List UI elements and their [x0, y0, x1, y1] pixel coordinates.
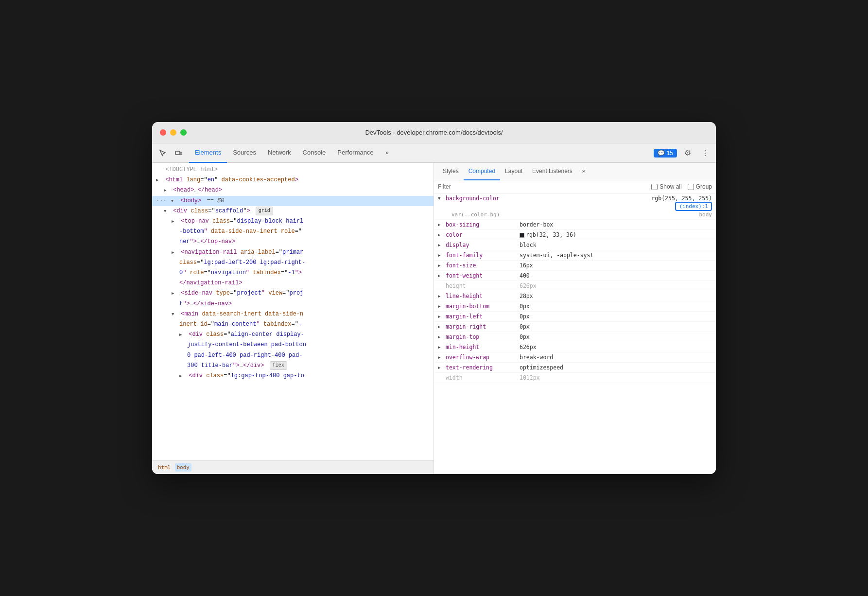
html-line[interactable]: </navigation-rail>	[152, 278, 434, 288]
html-line[interactable]: <main data-search-inert data-side-n	[152, 309, 434, 319]
css-prop-display[interactable]: display block	[434, 240, 716, 250]
html-line[interactable]: t">…</side-nav>	[152, 299, 434, 309]
maximize-button[interactable]	[180, 129, 187, 136]
css-prop-min-height[interactable]: min-height 626px	[434, 342, 716, 352]
tab-layout[interactable]: Layout	[500, 163, 527, 180]
tab-performance[interactable]: Performance	[331, 143, 379, 163]
tab-event-listeners[interactable]: Event Listeners	[527, 163, 577, 180]
css-prop-toggle[interactable]	[438, 242, 445, 247]
html-line[interactable]: class="lg:pad-left-200 lg:pad-right-	[152, 258, 434, 268]
tab-styles[interactable]: Styles	[438, 163, 464, 180]
html-line[interactable]: ▶ <!DOCTYPE html>	[152, 165, 434, 175]
html-line[interactable]: -bottom" data-side-nav-inert role="	[152, 227, 434, 237]
triangle-icon[interactable]	[179, 332, 185, 338]
css-prop-toggle[interactable]	[438, 221, 445, 227]
css-prop-font-family[interactable]: font-family system-ui, -apple-syst	[434, 250, 716, 261]
css-prop-value: 626px	[520, 282, 712, 289]
tab-network[interactable]: Network	[262, 143, 297, 163]
tab-elements[interactable]: Elements	[189, 143, 227, 163]
show-all-checkbox[interactable]	[651, 184, 658, 190]
triangle-icon[interactable]	[172, 249, 177, 256]
filter-input[interactable]	[438, 183, 645, 190]
css-prop-name: line-height	[446, 293, 514, 299]
css-var-value: var(--color-bg)	[451, 211, 500, 218]
css-prop-value: break-word	[520, 354, 712, 361]
css-prop-toggle[interactable]	[438, 354, 445, 360]
css-prop-toggle[interactable]	[438, 303, 445, 309]
breadcrumb-html[interactable]: html	[156, 463, 173, 472]
html-line-body[interactable]: ··· <body> == $0	[152, 196, 434, 206]
css-prop-height[interactable]: ▶ height 626px	[434, 281, 716, 291]
css-prop-toggle[interactable]	[438, 262, 445, 268]
css-prop-toggle[interactable]	[438, 293, 445, 298]
css-prop-background-color[interactable]: background-color rgb(255, 255, 255) (ind…	[434, 193, 716, 220]
html-line[interactable]: <div class="align-center display-	[152, 330, 434, 340]
tab-icon-group	[156, 146, 185, 160]
css-prop-line-height[interactable]: line-height 28px	[434, 291, 716, 301]
css-prop-value: 0px	[520, 323, 712, 330]
html-line[interactable]: ner">…</top-nav>	[152, 237, 434, 247]
css-prop-name: text-rendering	[446, 364, 514, 371]
css-prop-toggle[interactable]	[438, 333, 445, 339]
tab-more[interactable]: »	[380, 143, 395, 163]
css-prop-font-weight[interactable]: font-weight 400	[434, 271, 716, 281]
settings-button[interactable]: ⚙	[681, 146, 694, 160]
css-prop-margin-top[interactable]: margin-top 0px	[434, 332, 716, 342]
css-prop-name: min-height	[446, 344, 514, 351]
css-prop-toggle[interactable]	[438, 272, 445, 278]
triangle-icon[interactable]	[179, 373, 185, 380]
html-line[interactable]: 0" role="navigation" tabindex="-1">	[152, 268, 434, 278]
css-prop-value: border-box	[520, 221, 712, 228]
css-prop-value: 0px	[520, 313, 712, 320]
html-line[interactable]: <div class="lg:gap-top-400 gap-to	[152, 371, 434, 381]
close-button[interactable]	[160, 129, 166, 136]
css-prop-overflow-wrap[interactable]: overflow-wrap break-word	[434, 352, 716, 363]
html-line[interactable]: <div class="scaffold"> grid	[152, 206, 434, 216]
index-link[interactable]: (index):1	[675, 202, 712, 211]
group-checkbox[interactable]	[688, 184, 694, 190]
html-line[interactable]: <html lang="en" data-cookies-accepted>	[152, 175, 434, 185]
html-line[interactable]: <top-nav class="display-block hairl	[152, 216, 434, 227]
computed-content[interactable]: background-color rgb(255, 255, 255) (ind…	[434, 193, 716, 474]
device-toolbar-icon[interactable]	[172, 146, 185, 160]
css-prop-toggle[interactable]	[438, 195, 445, 201]
css-prop-toggle[interactable]	[438, 231, 445, 237]
tab-sources[interactable]: Sources	[227, 143, 262, 163]
html-line[interactable]: inert id="main-content" tabindex="-	[152, 319, 434, 330]
html-line[interactable]: 300 title-bar">…</div> flex	[152, 361, 434, 371]
css-prop-toggle[interactable]	[438, 364, 445, 370]
triangle-icon[interactable]	[171, 198, 177, 205]
elements-content[interactable]: ▶ <!DOCTYPE html> <html lang="en" data-c…	[152, 163, 434, 460]
css-prop-box-sizing[interactable]: box-sizing border-box	[434, 220, 716, 230]
css-prop-text-rendering[interactable]: text-rendering optimizespeed	[434, 363, 716, 373]
triangle-icon[interactable]	[172, 290, 177, 297]
tab-computed[interactable]: Computed	[464, 163, 500, 180]
css-prop-toggle[interactable]	[438, 323, 445, 329]
html-line[interactable]: justify-content-between pad-botton	[152, 340, 434, 350]
html-line[interactable]: <navigation-rail aria-label="primar	[152, 247, 434, 258]
triangle-icon[interactable]	[172, 311, 177, 318]
issues-badge[interactable]: 💬 15	[654, 149, 677, 158]
tab-console[interactable]: Console	[297, 143, 332, 163]
css-prop-margin-bottom[interactable]: margin-bottom 0px	[434, 301, 716, 312]
triangle-icon[interactable]	[156, 177, 162, 184]
more-options-button[interactable]: ⋮	[698, 146, 712, 160]
minimize-button[interactable]	[170, 129, 176, 136]
inspect-icon[interactable]	[156, 146, 170, 160]
breadcrumb-body[interactable]: body	[175, 463, 192, 472]
css-prop-toggle[interactable]	[438, 344, 445, 350]
triangle-icon[interactable]	[164, 187, 170, 194]
css-prop-width[interactable]: ▶ width 1012px	[434, 373, 716, 383]
html-line[interactable]: <side-nav type="project" view="proj	[152, 288, 434, 298]
triangle-icon[interactable]	[164, 208, 170, 215]
css-prop-margin-right[interactable]: margin-right 0px	[434, 322, 716, 332]
css-prop-font-size[interactable]: font-size 16px	[434, 261, 716, 271]
html-line[interactable]: <head>…</head>	[152, 185, 434, 195]
tab-styles-more[interactable]: »	[577, 163, 590, 180]
triangle-icon[interactable]	[172, 218, 177, 225]
css-prop-margin-left[interactable]: margin-left 0px	[434, 312, 716, 322]
css-prop-toggle[interactable]	[438, 313, 445, 319]
html-line[interactable]: 0 pad-left-400 pad-right-400 pad-	[152, 351, 434, 361]
css-prop-color[interactable]: color rgb(32, 33, 36)	[434, 230, 716, 240]
css-prop-toggle[interactable]	[438, 252, 445, 258]
